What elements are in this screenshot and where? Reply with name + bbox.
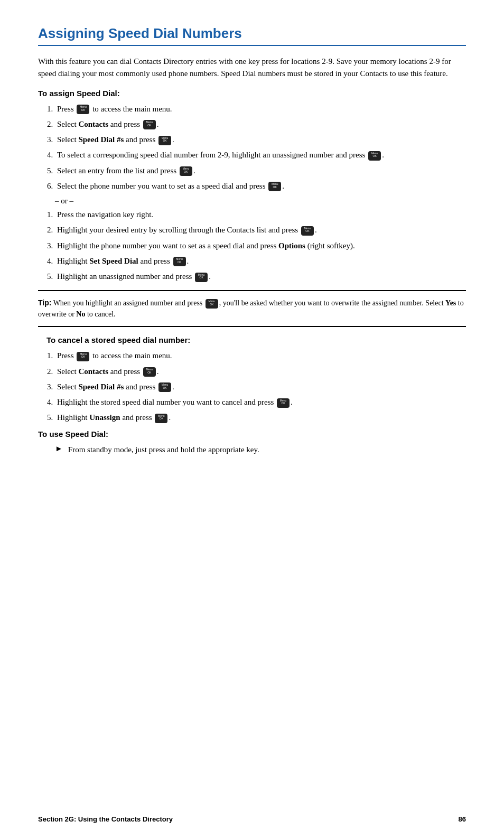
menu-button-icon-c1 bbox=[77, 352, 89, 361]
cancel-step-2: Select Contacts and press . bbox=[55, 366, 466, 378]
assign-step-1: Press to access the main menu. bbox=[55, 103, 466, 115]
menu-button-icon-5 bbox=[180, 166, 192, 176]
tip-box: Tip: When you highlight an assigned numb… bbox=[38, 290, 466, 327]
use-bullet-text: From standby mode, just press and hold t… bbox=[68, 444, 259, 456]
bullet-arrow-icon: ► bbox=[55, 444, 63, 453]
menu-button-icon-8 bbox=[173, 257, 186, 266]
page-footer: Section 2G: Using the Contacts Directory… bbox=[38, 815, 466, 823]
cancel-step-1: Press to access the main menu. bbox=[55, 350, 466, 362]
assign-step-4: To select a corresponding speed dial num… bbox=[55, 149, 466, 161]
cancel-step-4: Highlight the stored speed dial number y… bbox=[55, 396, 466, 408]
assign-heading: To assign Speed Dial: bbox=[38, 89, 466, 98]
cancel-step-3: Select Speed Dial #s and press . bbox=[55, 381, 466, 393]
assign-step-6: Select the phone number you want to set … bbox=[55, 180, 466, 192]
menu-button-icon-2 bbox=[143, 120, 156, 129]
assign-step-5: Select an entry from the list and press … bbox=[55, 165, 466, 177]
assign-steps-list: Press to access the main menu. Select Co… bbox=[55, 103, 466, 193]
footer-page-number: 86 bbox=[459, 815, 466, 823]
assign-step-2: Select Contacts and press . bbox=[55, 118, 466, 130]
menu-button-icon-6 bbox=[268, 182, 281, 191]
use-bullet-item: ► From standby mode, just press and hold… bbox=[55, 444, 466, 456]
menu-button-icon-tip bbox=[206, 299, 218, 309]
menu-button-icon-c2 bbox=[143, 367, 156, 377]
alt-step-5: Highlight an unassigned number and press… bbox=[55, 270, 466, 283]
alternate-steps-list: Press the navigation key right. Highligh… bbox=[55, 209, 466, 283]
page-title: Assigning Speed Dial Numbers bbox=[38, 25, 466, 46]
menu-button-icon-4 bbox=[368, 151, 381, 161]
menu-button-icon-c3 bbox=[158, 382, 171, 392]
alt-step-3: Highlight the phone number you want to s… bbox=[55, 240, 466, 252]
cancel-steps-list: Press to access the main menu. Select Co… bbox=[55, 350, 466, 424]
or-divider: – or – bbox=[55, 197, 466, 206]
menu-button-icon-c4 bbox=[277, 398, 290, 408]
alt-step-4: Highlight Set Speed Dial and press . bbox=[55, 255, 466, 267]
tip-label: Tip: bbox=[38, 298, 51, 307]
menu-button-icon-c5 bbox=[155, 414, 167, 423]
menu-button-icon-9 bbox=[195, 273, 208, 282]
footer-section-label: Section 2G: Using the Contacts Directory bbox=[38, 815, 173, 823]
assign-step-3: Select Speed Dial #s and press . bbox=[55, 134, 466, 146]
alt-step-1: Press the navigation key right. bbox=[55, 209, 466, 221]
intro-paragraph: With this feature you can dial Contacts … bbox=[38, 55, 466, 80]
alt-step-2: Highlight your desired entry by scrollin… bbox=[55, 224, 466, 236]
use-heading: To use Speed Dial: bbox=[38, 430, 466, 438]
page: Assigning Speed Dial Numbers With this f… bbox=[0, 0, 504, 840]
cancel-heading: To cancel a stored speed dial number: bbox=[46, 335, 466, 344]
menu-button-icon-3 bbox=[158, 136, 171, 145]
menu-button-icon-1 bbox=[77, 105, 89, 114]
menu-button-icon-7 bbox=[301, 226, 314, 236]
cancel-step-5: Highlight Unassign and press . bbox=[55, 412, 466, 424]
